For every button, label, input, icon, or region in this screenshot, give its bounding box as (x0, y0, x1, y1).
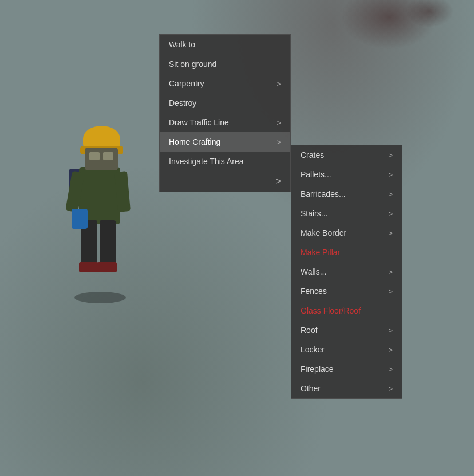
pallets-arrow: > (388, 170, 393, 179)
menu-item-walk-to[interactable]: Walk to (160, 35, 290, 54)
submenu-item-fences[interactable]: Fences > (291, 281, 402, 301)
submenu-glass-floor-roof-label: Glass Floor/Roof (301, 306, 361, 315)
walls-arrow: > (388, 268, 393, 276)
submenu-item-roof[interactable]: Roof > (291, 320, 402, 340)
character-held-item (72, 209, 88, 229)
draw-traffic-line-arrow: > (276, 118, 281, 127)
other-arrow: > (388, 384, 393, 393)
menu-item-home-crafting[interactable]: Home Crafting > (160, 132, 290, 152)
home-crafting-arrow: > (276, 138, 281, 146)
submenu-crates-label: Crates (301, 150, 324, 160)
menu-item-carpentry-label: Carpentry (169, 79, 204, 88)
character-face (85, 148, 118, 170)
barricades-arrow: > (388, 190, 393, 199)
character-boot-left (79, 262, 98, 272)
submenu-item-barricades[interactable]: Barricades... > (291, 184, 402, 204)
menu-item-investigate-this-area-label: Investigate This Area (169, 157, 243, 166)
submenu-make-border-label: Make Border (301, 228, 346, 237)
menu-item-investigate-this-area[interactable]: Investigate This Area (160, 152, 290, 171)
submenu-locker-label: Locker (301, 345, 325, 354)
menu-item-empty[interactable]: > (160, 171, 290, 192)
menu-item-destroy[interactable]: Destroy (160, 93, 290, 113)
submenu-fences-label: Fences (301, 287, 327, 296)
main-context-menu: Walk to Sit on ground Carpentry > Destro… (159, 34, 291, 192)
submenu-other-label: Other (301, 384, 321, 393)
submenu-walls-label: Walls... (301, 267, 326, 276)
submenu-make-pillar-label: Make Pillar (301, 248, 340, 257)
empty-arrow: > (276, 176, 281, 187)
menu-item-sit-on-ground[interactable]: Sit on ground (160, 54, 290, 74)
stairs-arrow: > (388, 209, 393, 218)
character-boot-right (97, 262, 117, 272)
submenu-pallets-label: Pallets... (301, 170, 331, 179)
menu-item-sit-on-ground-label: Sit on ground (169, 60, 216, 69)
submenu-item-stairs[interactable]: Stairs... > (291, 204, 402, 223)
character-shadow (74, 292, 126, 303)
locker-arrow: > (388, 346, 393, 354)
crates-arrow: > (388, 151, 393, 160)
make-border-arrow: > (388, 229, 393, 237)
menu-item-home-crafting-label: Home Crafting (169, 137, 220, 146)
character-figure (69, 126, 132, 298)
submenu-roof-label: Roof (301, 326, 318, 335)
context-menu-container: Walk to Sit on ground Carpentry > Destro… (159, 34, 402, 399)
submenu-item-fireplace[interactable]: Fireplace > (291, 359, 402, 379)
submenu-item-glass-floor-roof[interactable]: Glass Floor/Roof (291, 301, 402, 320)
submenu-item-crates[interactable]: Crates > (291, 145, 402, 165)
submenu-barricades-label: Barricades... (301, 189, 346, 199)
submenu-item-locker[interactable]: Locker > (291, 340, 402, 359)
fences-arrow: > (388, 287, 393, 296)
submenu-item-other[interactable]: Other > (291, 379, 402, 398)
character-leg-right (100, 220, 116, 266)
roof-arrow: > (388, 326, 393, 335)
menu-item-walk-to-label: Walk to (169, 40, 195, 49)
menu-item-destroy-label: Destroy (169, 98, 196, 108)
submenu-item-make-pillar[interactable]: Make Pillar (291, 243, 402, 262)
submenu-item-walls[interactable]: Walls... > (291, 262, 402, 281)
submenu-fireplace-label: Fireplace (301, 364, 334, 374)
carpentry-arrow: > (276, 80, 281, 88)
fireplace-arrow: > (388, 365, 393, 374)
submenu-stairs-label: Stairs... (301, 209, 327, 218)
submenu-item-make-border[interactable]: Make Border > (291, 223, 402, 243)
menu-item-draw-traffic-line[interactable]: Draw Traffic Line > (160, 113, 290, 132)
menu-item-draw-traffic-line-label: Draw Traffic Line (169, 118, 229, 127)
character-arm-right (114, 171, 131, 212)
menu-item-carpentry[interactable]: Carpentry > (160, 74, 290, 93)
home-crafting-submenu: Crates > Pallets... > Barricades... > St… (291, 145, 402, 399)
submenu-item-pallets[interactable]: Pallets... > (291, 165, 402, 184)
